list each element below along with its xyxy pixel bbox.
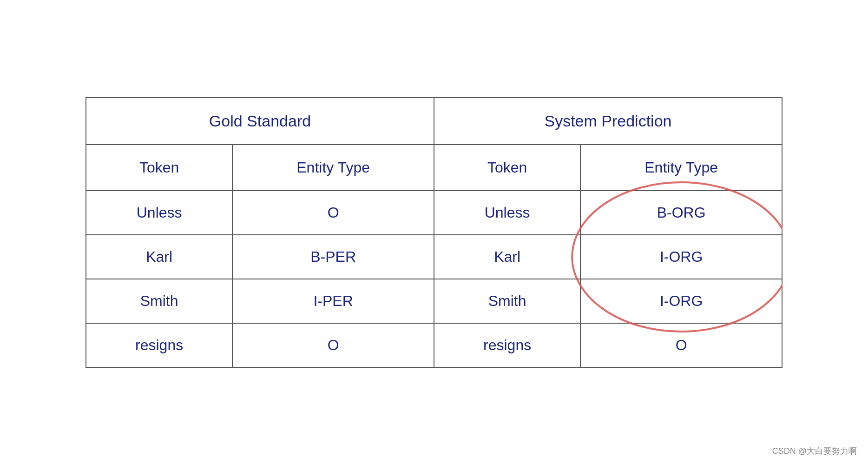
table-wrapper: Gold Standard System Prediction Token En… [85, 97, 783, 368]
pred-token-2: Smith [434, 279, 580, 323]
pred-entity-1: I-ORG [580, 235, 782, 279]
pred-token-1: Karl [434, 235, 580, 279]
watermark: CSDN @大白要努力啊 [772, 445, 857, 457]
gold-token-2: Smith [86, 279, 232, 323]
gold-entity-3: O [232, 323, 434, 367]
pred-token-3: resigns [434, 323, 580, 367]
table-row: Smith I-PER Smith I-ORG [86, 279, 782, 323]
gold-standard-header: Gold Standard [86, 98, 434, 145]
gold-entity-header: Entity Type [232, 145, 434, 191]
comparison-table: Gold Standard System Prediction Token En… [85, 97, 783, 368]
pred-entity-0: B-ORG [580, 191, 782, 235]
pred-token-0: Unless [434, 191, 580, 235]
col-header-row: Token Entity Type Token Entity Type [86, 145, 782, 191]
gold-entity-2: I-PER [232, 279, 434, 323]
pred-entity-3: O [580, 323, 782, 367]
table-row: resigns O resigns O [86, 323, 782, 367]
gold-entity-0: O [232, 191, 434, 235]
table-row: Karl B-PER Karl I-ORG [86, 235, 782, 279]
gold-token-3: resigns [86, 323, 232, 367]
group-header-row: Gold Standard System Prediction [86, 98, 782, 145]
gold-entity-1: B-PER [232, 235, 434, 279]
page-wrapper: Gold Standard System Prediction Token En… [0, 0, 868, 465]
pred-entity-header: Entity Type [580, 145, 782, 191]
gold-token-0: Unless [86, 191, 232, 235]
gold-token-1: Karl [86, 235, 232, 279]
table-row: Unless O Unless B-ORG [86, 191, 782, 235]
pred-token-header: Token [434, 145, 580, 191]
system-prediction-header: System Prediction [434, 98, 782, 145]
pred-entity-2: I-ORG [580, 279, 782, 323]
gold-token-header: Token [86, 145, 232, 191]
